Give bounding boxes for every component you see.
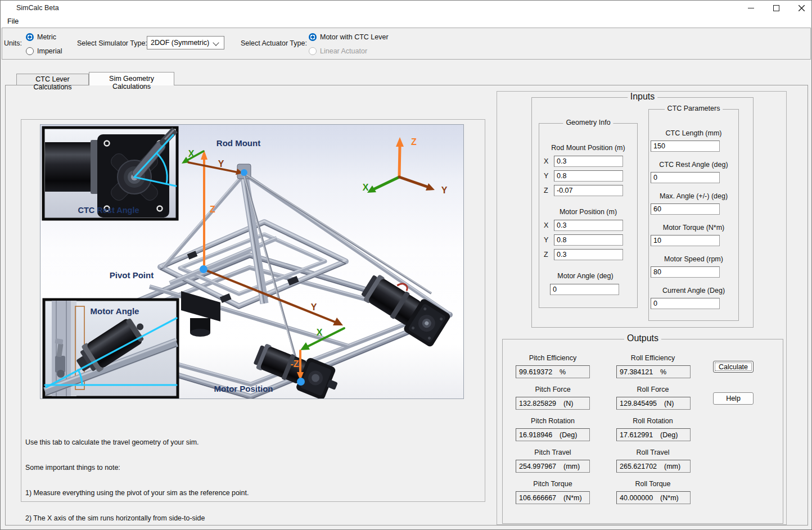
ctc-length-label: CTC Length (mm) [649,129,738,137]
pitch-efficiency-output[interactable]: 99.619372% [516,365,590,378]
metric-radio[interactable] [26,33,34,41]
rod-mount-marker [241,169,247,176]
motor-pos-z-input[interactable] [554,249,623,260]
pitch-efficiency-unit: % [560,368,566,376]
roll-torque-output[interactable]: 40.000000(N*m) [616,491,691,504]
linear-actuator-radio [309,47,317,55]
chevron-down-icon [213,39,219,46]
pitch-torque-value: 106.666667 [519,494,556,502]
roll-efficiency-output[interactable]: 97.384121% [616,365,691,378]
pitch-travel-label: Pitch Travel [508,449,598,456]
roll-efficiency-unit: % [660,368,666,376]
motor-ctc-label[interactable]: Motor with CTC Lever [320,33,389,41]
inputs-title: Inputs [628,92,658,102]
roll-efficiency-value: 97.384121 [620,368,653,376]
motor-angle-label: Motor Angle [91,306,139,316]
ctc-rest-angle-input-label: CTC Rest Angle (deg) [649,161,738,169]
note-line: 2) The X axis of the sim runs horizontal… [25,514,486,523]
rod-mount-x-axis: X [544,157,548,165]
actuator-type-label: Select Actuator Type: [241,39,307,47]
pitch-travel-value: 254.997967 [519,463,556,470]
tab-ctc-lever[interactable]: CTC Lever Calculations [16,74,89,85]
triad-x-label: X [363,183,369,192]
simulator-type-select[interactable]: 2DOF (Symmetric) [147,36,224,49]
motor-pos-y-axis: Y [544,236,548,244]
motor-pos-x-input[interactable] [554,220,623,231]
pitch-force-unit: (N) [563,400,573,407]
triad-z-label: Z [411,137,417,147]
roll-efficiency-label: Roll Efficiency [608,354,698,362]
motor-position-label: Motor Position [214,384,273,393]
menu-file[interactable]: File [2,15,24,28]
motor-position-marker [297,378,305,386]
simulator-type-value: 2DOF (Symmetric) [151,39,209,47]
notes-block: Use this tab to calculate the travel geo… [25,422,486,530]
pivot-point-label: Pivot Point [110,270,154,280]
note-line: Use this tab to calculate the travel geo… [25,438,486,447]
roll-force-unit: (N) [664,400,674,407]
pitch-force-output[interactable]: 132.825829(N) [516,397,590,410]
pitch-torque-output[interactable]: 106.666667(N*m) [516,491,590,504]
minimize-button[interactable] [738,1,764,15]
units-label: Units: [4,39,22,47]
current-angle-input[interactable] [651,298,720,309]
maximize-button[interactable] [764,1,789,15]
roll-rotation-output[interactable]: 17.612991(Deg) [616,428,691,441]
pitch-travel-output[interactable]: 254.997967(mm) [516,460,590,473]
rod-mount-label: Rod Mount [216,138,260,148]
roll-travel-label: Roll Travel [608,449,698,456]
triad-y-label: Y [441,185,448,195]
help-button[interactable]: Help [713,392,754,405]
pitch-rotation-output[interactable]: 16.918946(Deg) [516,428,590,441]
motor-speed-label: Motor Speed (rpm) [649,255,738,263]
roll-travel-output[interactable]: 265.621702(mm) [616,460,691,473]
ctc-rest-angle-input[interactable] [651,172,720,183]
pitch-force-label: Pitch Force [508,386,598,393]
note-line: 1) Measure everything using the pivot of… [25,489,486,497]
roll-rotation-unit: (Deg) [660,431,678,439]
menu-bar: File [1,15,811,28]
rod-mount-z-input[interactable] [554,185,623,196]
pitch-rotation-unit: (Deg) [560,431,577,439]
motor-ctc-radio[interactable] [309,33,317,41]
current-angle-label: Current Angle (Deg) [649,287,738,295]
minimize-icon [748,8,754,8]
motor-speed-input[interactable] [651,266,720,278]
pitch-travel-unit: (mm) [563,463,580,470]
calculate-button[interactable]: Calculate [713,361,754,373]
ctc-length-input[interactable] [651,141,720,152]
x-axis-label-bottom: X [317,328,323,337]
motor-torque-input[interactable] [651,235,720,246]
y-axis-label-bottom: Y [311,302,317,312]
rod-mount-y-input[interactable] [554,170,623,182]
pitch-force-value: 132.825829 [519,400,556,407]
pitch-torque-unit: (N*m) [563,494,582,502]
geometry-info-title: Geometry Info [563,119,613,126]
max-angle-input[interactable] [651,203,720,215]
linear-actuator-label: Linear Actuator [320,47,367,55]
motor-angle-input-label: Motor Angle (deg) [538,272,633,280]
imperial-radio[interactable] [26,47,34,55]
pitch-rotation-value: 16.918946 [519,431,552,439]
motor-pos-y-input[interactable] [554,234,623,246]
sim-diagram: Rod Mount Pivot Point Motor Position X Y… [40,125,463,398]
close-button[interactable] [789,1,812,15]
roll-torque-label: Roll Torque [608,480,698,488]
ctc-rest-angle-inset: CTC Rest Angle [43,128,177,219]
motor-angle-input[interactable] [550,284,619,295]
roll-travel-unit: (mm) [664,463,680,470]
motor-torque-label: Motor Torque (N*m) [649,224,738,232]
motor-pos-z-axis: Z [544,251,548,259]
metric-label[interactable]: Metric [37,33,56,41]
rod-mount-z-axis: Z [544,187,548,194]
rod-mount-position-label: Rod Mount Position (m) [541,144,635,152]
rod-mount-x-input[interactable] [554,156,623,167]
roll-force-output[interactable]: 129.845495(N) [616,397,691,410]
pivot-marker [200,265,207,273]
simulator-type-label: Select Simulator Type: [77,39,147,47]
pitch-efficiency-value: 99.619372 [519,368,552,376]
imperial-label[interactable]: Imperial [37,47,62,55]
app-window: SimCalc Beta File Units: Metric Imperial… [0,0,812,530]
tab-sim-geometry[interactable]: Sim Geometry Calculations [89,72,174,85]
ctc-rest-angle-label: CTC Rest Angle [78,206,139,215]
